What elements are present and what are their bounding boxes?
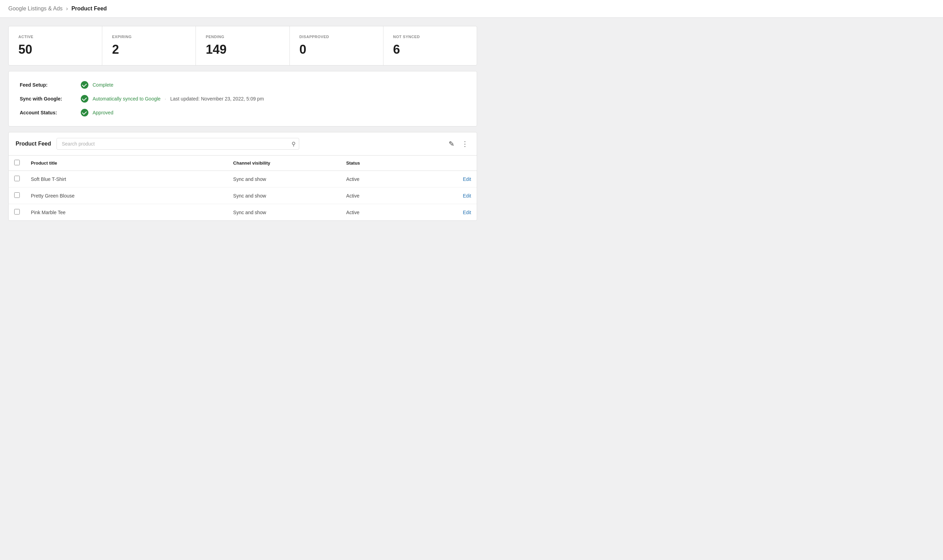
edit-icon-button[interactable]: ✎ [447, 138, 456, 149]
product-title-cell: Pretty Green Blouse [25, 188, 228, 204]
product-action-cell: Edit [431, 171, 477, 188]
product-table-body: Soft Blue T-Shirt Sync and show Active E… [9, 171, 477, 221]
stat-item-expiring: EXPIRING 2 [102, 26, 196, 65]
breadcrumb-separator: › [66, 6, 68, 12]
stat-value: 6 [393, 42, 467, 57]
feed-table: Product title Channel visibility Status … [9, 155, 477, 220]
product-title-cell: Soft Blue T-Shirt [25, 171, 228, 188]
stat-value: 0 [299, 42, 373, 57]
row-checkbox-0[interactable] [14, 176, 20, 181]
row-checkbox-1[interactable] [14, 192, 20, 198]
feed-title: Product Feed [15, 141, 51, 147]
search-icon-button[interactable]: ⚲ [291, 141, 296, 147]
feed-setup-row: Feed Setup: Complete [20, 81, 465, 89]
sync-google-row: Sync with Google: Automatically synced t… [20, 95, 465, 103]
more-options-button[interactable]: ⋮ [460, 138, 470, 149]
feed-actions: ✎ ⋮ [447, 138, 470, 149]
more-icon: ⋮ [461, 140, 468, 148]
stat-value: 2 [112, 42, 186, 57]
edit-link-2[interactable]: Edit [463, 210, 471, 215]
search-container: ⚲ [57, 138, 299, 150]
row-checkbox-cell [9, 171, 25, 188]
product-title-cell: Pink Marble Tee [25, 204, 228, 221]
sync-google-value: Automatically synced to Google · Last up… [81, 95, 264, 103]
page-wrapper: Google Listings & Ads › Product Feed ACT… [0, 0, 943, 560]
sync-google-status: Automatically synced to Google [92, 96, 160, 102]
row-checkbox-cell [9, 204, 25, 221]
breadcrumb-current: Product Feed [71, 6, 107, 12]
sync-separator: · [165, 96, 166, 102]
account-status-value: Approved [81, 109, 113, 117]
select-all-checkbox[interactable] [14, 160, 20, 165]
row-checkbox-2[interactable] [14, 209, 20, 214]
product-visibility-cell: Sync and show [228, 204, 341, 221]
product-visibility-cell: Sync and show [228, 188, 341, 204]
stat-label: ACTIVE [18, 35, 92, 39]
stat-item-active: ACTIVE 50 [9, 26, 102, 65]
info-card: Feed Setup: Complete Sync with Google: A… [8, 71, 477, 126]
account-status-row: Account Status: Approved [20, 109, 465, 117]
pencil-icon: ✎ [448, 140, 455, 148]
feed-setup-check-icon [81, 81, 88, 89]
account-status-text: Approved [92, 110, 113, 115]
stat-value: 50 [18, 42, 92, 57]
table-row: Pink Marble Tee Sync and show Active Edi… [9, 204, 477, 221]
account-status-label: Account Status: [20, 110, 75, 115]
stats-card: ACTIVE 50 EXPIRING 2 PENDING 149 DISAPPR… [8, 26, 477, 66]
sync-google-check-icon [81, 95, 88, 103]
stat-item-pending: PENDING 149 [196, 26, 290, 65]
account-status-check-icon [81, 109, 88, 117]
sync-google-label: Sync with Google: [20, 96, 75, 102]
breadcrumb-parent[interactable]: Google Listings & Ads [8, 6, 63, 12]
feed-setup-status: Complete [92, 82, 113, 88]
stat-item-disapproved: DISAPPROVED 0 [290, 26, 384, 65]
stat-label: PENDING [206, 35, 279, 39]
col-header-visibility: Channel visibility [228, 155, 341, 171]
sync-meta: Last updated: November 23, 2022, 5:09 pm [170, 96, 264, 102]
feed-setup-value: Complete [81, 81, 113, 89]
breadcrumb: Google Listings & Ads › Product Feed [0, 0, 943, 18]
search-input[interactable] [57, 138, 299, 150]
table-header-row: Product title Channel visibility Status [9, 155, 477, 171]
main-content: ACTIVE 50 EXPIRING 2 PENDING 149 DISAPPR… [0, 18, 485, 229]
col-header-action [431, 155, 477, 171]
stat-label: DISAPPROVED [299, 35, 373, 39]
product-action-cell: Edit [431, 204, 477, 221]
product-visibility-cell: Sync and show [228, 171, 341, 188]
product-status-cell: Active [341, 188, 431, 204]
feed-header: Product Feed ⚲ ✎ ⋮ [9, 132, 477, 155]
edit-link-0[interactable]: Edit [463, 176, 471, 182]
row-checkbox-cell [9, 188, 25, 204]
col-header-title: Product title [25, 155, 228, 171]
stat-value: 149 [206, 42, 279, 57]
product-status-cell: Active [341, 204, 431, 221]
feed-setup-label: Feed Setup: [20, 82, 75, 88]
header-checkbox-cell [9, 155, 25, 171]
col-header-status: Status [341, 155, 431, 171]
product-action-cell: Edit [431, 188, 477, 204]
stat-label: EXPIRING [112, 35, 186, 39]
product-status-cell: Active [341, 171, 431, 188]
table-row: Soft Blue T-Shirt Sync and show Active E… [9, 171, 477, 188]
table-row: Pretty Green Blouse Sync and show Active… [9, 188, 477, 204]
product-feed-card: Product Feed ⚲ ✎ ⋮ [8, 132, 477, 221]
stat-label: NOT SYNCED [393, 35, 467, 39]
edit-link-1[interactable]: Edit [463, 193, 471, 198]
stat-item-not-synced: NOT SYNCED 6 [384, 26, 477, 65]
search-icon: ⚲ [291, 141, 296, 147]
